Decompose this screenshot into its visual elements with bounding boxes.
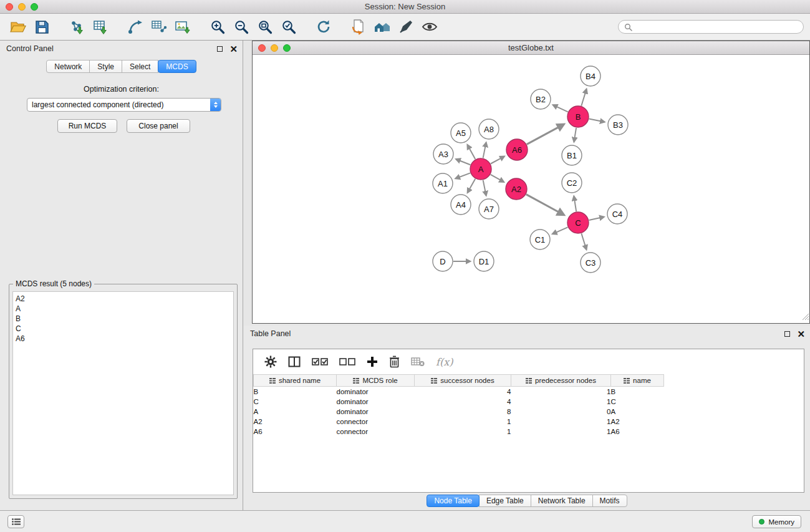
close-panel-button[interactable]: Close panel <box>127 119 190 133</box>
graph-edge-A-A3[interactable] <box>456 159 470 165</box>
column-header-successor-nodes[interactable]: successor nodes <box>415 375 511 387</box>
graph-node-A6[interactable]: A6 <box>506 139 528 160</box>
graph-edge-B-B1[interactable] <box>574 128 577 142</box>
deselect-all-button[interactable] <box>339 357 355 366</box>
graph-node-A7[interactable]: A7 <box>479 199 499 219</box>
column-header-MCDS-role[interactable]: MCDS role <box>337 375 415 387</box>
graph-node-B3[interactable]: B3 <box>608 115 628 135</box>
table-row[interactable]: A6connector11A6 <box>254 427 664 437</box>
graph-edge-A-A6[interactable] <box>491 157 504 164</box>
graph-node-B4[interactable]: B4 <box>581 66 600 86</box>
close-table-panel-icon[interactable]: ✕ <box>797 329 805 339</box>
graph-edge-A-A2[interactable] <box>491 175 504 182</box>
zoom-out-button[interactable] <box>229 16 253 38</box>
graph-edge-C-C2[interactable] <box>574 196 576 212</box>
graph-node-A2[interactable]: A2 <box>506 178 527 200</box>
table-cell[interactable]: B <box>611 387 664 397</box>
close-window-button[interactable] <box>6 3 13 11</box>
graph-node-A1[interactable]: A1 <box>433 173 453 193</box>
graph-node-B[interactable]: B <box>567 106 589 127</box>
mcds-result-list[interactable]: A2ABCA6 <box>12 291 234 495</box>
table-row[interactable]: Cdominator41C <box>254 397 664 407</box>
graph-edge-A-A7[interactable] <box>483 180 486 196</box>
apply-layout-button[interactable] <box>312 16 335 38</box>
graph-edge-C-C3[interactable] <box>581 233 586 249</box>
tab-edge-table[interactable]: Edge Table <box>479 495 531 507</box>
mcds-result-item[interactable]: A2 <box>16 294 231 304</box>
graph-edge-C-C4[interactable] <box>589 217 604 220</box>
select-all-button[interactable] <box>312 357 328 366</box>
function-builder-button[interactable]: f(x) <box>436 356 453 368</box>
table-cell[interactable]: dominator <box>337 407 415 417</box>
graph-node-D1[interactable]: D1 <box>474 251 494 271</box>
table-cell[interactable]: dominator <box>337 387 415 397</box>
table-cell[interactable]: 0 <box>511 407 611 417</box>
task-history-button[interactable] <box>7 515 24 528</box>
zoom-fit-button[interactable] <box>253 16 277 38</box>
table-cell[interactable]: connector <box>337 427 415 437</box>
show-hide-button[interactable] <box>418 16 441 38</box>
table-row[interactable]: Adominator80A <box>254 407 664 417</box>
graph-node-C[interactable]: C <box>567 212 589 233</box>
table-row[interactable]: Bdominator41B <box>254 387 664 397</box>
table-cell[interactable]: C <box>611 397 664 407</box>
graph-edge-A-A5[interactable] <box>468 145 476 159</box>
run-mcds-button[interactable]: Run MCDS <box>57 119 117 133</box>
tab-network[interactable]: Network <box>46 60 90 73</box>
table-cell[interactable]: A <box>611 407 664 417</box>
export-image-button[interactable] <box>171 16 195 38</box>
table-cell[interactable]: A6 <box>611 427 664 437</box>
minimize-network-window-button[interactable] <box>271 44 278 52</box>
search-box[interactable] <box>618 20 804 34</box>
table-cell[interactable]: 1 <box>415 427 511 437</box>
network-canvas[interactable]: B4B2BB3A5A8A6A3B1AA1C2A2A4A7CC4C1C3DD1 <box>253 56 809 323</box>
open-session-button[interactable] <box>6 16 30 38</box>
table-settings-button[interactable] <box>264 355 277 368</box>
graph-edge-A-A8[interactable] <box>483 143 486 158</box>
graph-edge-A2-C[interactable] <box>526 195 564 215</box>
delete-table-button[interactable] <box>411 357 425 367</box>
column-header-name[interactable]: name <box>611 375 664 387</box>
zoom-network-window-button[interactable] <box>283 44 291 52</box>
table-cell[interactable]: 1 <box>511 427 611 437</box>
graph-node-C3[interactable]: C3 <box>581 253 600 273</box>
graph-edge-A-A1[interactable] <box>456 173 471 178</box>
mcds-result-item[interactable]: A <box>16 304 231 314</box>
import-network-button[interactable] <box>65 16 89 38</box>
table-cell[interactable]: dominator <box>337 397 415 407</box>
table-cell[interactable]: 1 <box>511 397 611 407</box>
tab-mcds[interactable]: MCDS <box>158 60 196 73</box>
show-columns-button[interactable] <box>288 356 301 367</box>
search-input[interactable] <box>635 22 798 31</box>
tab-node-table[interactable]: Node Table <box>427 495 480 507</box>
zoom-selected-button[interactable] <box>277 16 301 38</box>
graph-node-C1[interactable]: C1 <box>530 230 550 249</box>
graph-edge-B-B4[interactable] <box>581 89 586 106</box>
mcds-result-item[interactable]: C <box>16 324 231 334</box>
graph-node-C2[interactable]: C2 <box>562 173 582 193</box>
table-cell[interactable]: A2 <box>254 417 337 427</box>
mcds-result-item[interactable]: A6 <box>16 334 231 344</box>
table-cell[interactable]: 1 <box>511 387 611 397</box>
style-brush-button[interactable] <box>394 16 418 38</box>
home-button[interactable] <box>370 16 394 38</box>
graph-node-A8[interactable]: A8 <box>479 119 499 139</box>
table-cell[interactable]: 4 <box>415 397 511 407</box>
zoom-in-button[interactable] <box>206 16 229 38</box>
delete-column-button[interactable] <box>389 355 400 368</box>
table-cell[interactable]: 1 <box>415 417 511 427</box>
float-panel-icon[interactable] <box>217 46 223 52</box>
graph-node-A4[interactable]: A4 <box>451 195 471 215</box>
graph-edge-B-B2[interactable] <box>553 105 568 112</box>
network-edit-button[interactable] <box>123 16 147 38</box>
table-cell[interactable]: C <box>254 397 337 407</box>
graph-node-A[interactable]: A <box>470 158 491 180</box>
table-cell[interactable]: A <box>254 407 337 417</box>
table-cell[interactable]: A2 <box>611 417 664 427</box>
column-header-predecessor-nodes[interactable]: predecessor nodes <box>511 375 611 387</box>
tab-network-table[interactable]: Network Table <box>531 495 593 507</box>
first-neighbors-button[interactable] <box>347 16 370 38</box>
graph-edge-A-A4[interactable] <box>468 179 475 193</box>
mcds-result-item[interactable]: B <box>16 314 231 324</box>
graph-edge-C-C1[interactable] <box>552 227 567 234</box>
